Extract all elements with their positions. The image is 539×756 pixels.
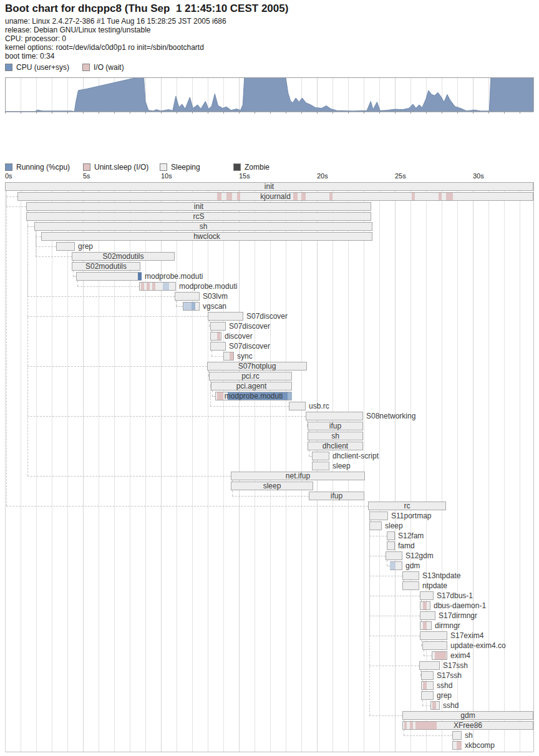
grid-line: [301, 182, 302, 752]
process-label: sh: [465, 731, 473, 740]
process-label: hwclock: [41, 232, 372, 241]
process-segment-io: [457, 742, 462, 749]
process-label: ifup: [308, 422, 363, 430]
process-segment-io: [147, 283, 150, 290]
grid-line: [286, 182, 286, 752]
process-label: S08networking: [366, 412, 415, 420]
process-label: S11portmap: [391, 511, 431, 520]
tree-connector-vertical: [211, 351, 212, 356]
process-label: grep: [437, 691, 452, 700]
process-bar: [56, 242, 75, 251]
process-bar: [289, 402, 306, 410]
grid-line: [67, 182, 68, 752]
process-label: discover: [225, 332, 253, 341]
process-bar: [387, 531, 395, 540]
process-label: sync: [237, 352, 253, 361]
process-label: S07discover: [229, 322, 270, 331]
process-bar: [369, 521, 382, 530]
process-bar: [420, 631, 447, 640]
grid-line: [161, 182, 162, 752]
process-bar: [432, 651, 447, 660]
process-label: kjournald: [17, 192, 533, 201]
process-label: sshd: [443, 701, 459, 710]
process-label: famd: [398, 541, 415, 550]
tree-connector-vertical: [36, 231, 36, 256]
process-label: init: [5, 182, 533, 191]
process-label: sleep: [333, 462, 351, 470]
tree-connector-horizontal: [369, 636, 420, 636]
process-bar: [422, 641, 447, 650]
process-segment-runl: [163, 283, 169, 290]
process-segment-io: [432, 702, 436, 709]
tree-connector-horizontal: [27, 416, 306, 417]
process-label: pci.agent: [211, 382, 292, 390]
grid-line: [255, 182, 255, 752]
tree-connector-horizontal: [369, 715, 402, 716]
process-label: modprobe.moduti: [145, 272, 203, 281]
process-label: XFree86: [402, 721, 533, 730]
process-segment-io: [152, 283, 155, 290]
process-label: S13ntpdate: [422, 571, 460, 580]
tree-connector-vertical: [73, 271, 74, 276]
tree-connector-horizontal: [6, 196, 17, 197]
bootchart-page: Boot chart for dhcppc8 (Thu Sep 1 21:45:…: [0, 0, 539, 756]
process-bar: [223, 352, 234, 361]
process-segment-io: [217, 332, 220, 340]
process-label: S07discover: [229, 342, 270, 351]
tree-connector-vertical: [421, 640, 422, 646]
tree-connector-vertical: [369, 510, 370, 715]
process-bar: [421, 681, 434, 690]
process-label: ntpdate: [422, 581, 447, 590]
process-label: sshd: [437, 681, 452, 690]
tree-connector-vertical: [176, 301, 177, 306]
process-bar: [210, 342, 226, 351]
process-label: gdm: [405, 561, 420, 570]
process-label: S17dirmngr: [439, 611, 477, 620]
grid-line: [177, 182, 177, 752]
process-label: modprobe.moduti: [179, 282, 237, 291]
grid-line: [145, 182, 146, 752]
grid-line: [410, 182, 411, 752]
tree-connector-horizontal: [369, 666, 419, 666]
process-label: net.ifup: [231, 472, 365, 480]
tree-connector-horizontal: [369, 536, 387, 536]
process-bar: [421, 691, 434, 700]
tree-connector-vertical: [424, 650, 424, 656]
process-bar: [419, 661, 440, 670]
grid-line: [442, 182, 442, 752]
grid-line: [270, 182, 271, 752]
tree-connector-vertical: [422, 700, 423, 705]
grid-line: [5, 182, 6, 752]
process-label: S07hotplug: [207, 362, 307, 371]
process-label: S17ssh: [443, 661, 468, 670]
tree-connector-horizontal: [6, 206, 26, 207]
tree-connector-vertical: [27, 211, 28, 476]
tree-connector-vertical: [309, 450, 309, 456]
process-bar: [210, 332, 221, 341]
process-label: S12fam: [398, 531, 424, 540]
process-bar: [420, 621, 432, 630]
grid-line: [488, 182, 489, 752]
tree-connector-horizontal: [36, 246, 56, 247]
process-label: dhclient-script: [333, 452, 379, 460]
process-label: usb.rc: [309, 402, 329, 410]
process-label: pci.rc: [209, 372, 292, 380]
grid-line: [208, 182, 208, 752]
process-label: update-exim4.co: [450, 641, 506, 650]
chart-bottom-border: [5, 752, 533, 752]
tree-connector-horizontal: [27, 476, 231, 477]
process-label: gdm: [402, 711, 533, 720]
grid-line: [36, 182, 37, 752]
process-bar: [76, 272, 142, 281]
tree-connector-horizontal: [369, 596, 420, 596]
process-bar: [208, 312, 243, 321]
tree-connector-horizontal: [36, 236, 41, 237]
process-label: sh: [308, 432, 363, 440]
tree-connector-horizontal: [27, 296, 175, 297]
process-bar: [420, 591, 434, 600]
tree-connector-horizontal: [27, 316, 208, 317]
grid-line: [533, 182, 534, 752]
grid-line: [192, 182, 193, 752]
tree-connector-horizontal: [27, 366, 207, 367]
grid-line: [520, 182, 520, 752]
